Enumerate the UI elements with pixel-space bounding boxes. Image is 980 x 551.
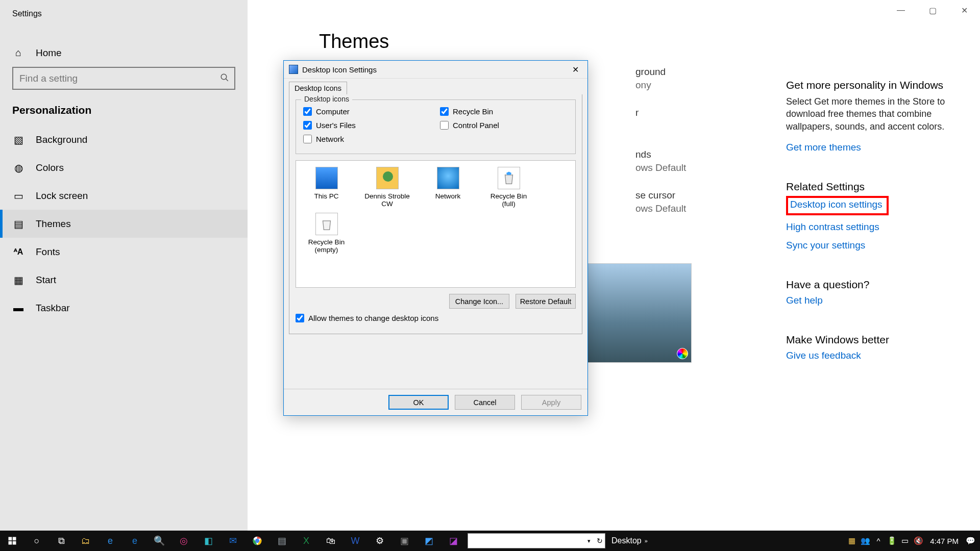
cursor-setting-value: ows Default <box>635 203 686 214</box>
page-title: Themes <box>319 31 980 53</box>
cancel-button[interactable]: Cancel <box>455 395 515 410</box>
background-setting-title: ground <box>635 66 666 78</box>
tray-app-icon[interactable]: ▦ <box>845 536 859 545</box>
svg-rect-3 <box>13 537 16 541</box>
refresh-icon[interactable]: ↻ <box>597 537 603 545</box>
app-icon[interactable]: ▤ <box>270 531 294 551</box>
allow-themes-checkbox[interactable]: Allow themes to change desktop icons <box>296 314 576 322</box>
check-network[interactable]: Network <box>303 135 415 143</box>
dialog-close-button[interactable]: ✕ <box>563 61 587 79</box>
dialog-icon <box>289 65 298 74</box>
start-button[interactable] <box>0 531 24 551</box>
apply-button[interactable]: Apply <box>521 395 581 410</box>
app-icon[interactable]: ◩ <box>416 531 441 551</box>
start-icon: ▦ <box>12 274 24 286</box>
excel-icon[interactable]: X <box>294 531 318 551</box>
theme-tile[interactable] <box>574 263 692 363</box>
check-control-panel[interactable]: Control Panel <box>440 121 552 130</box>
search-everything-icon[interactable]: 🔍 <box>147 531 172 551</box>
make-windows-better-heading: Make Windows better <box>786 334 949 346</box>
nav-label: Lock screen <box>36 190 88 202</box>
nav-label: Start <box>36 274 56 286</box>
palette-icon: ◍ <box>12 162 24 174</box>
people-icon[interactable]: 👥 <box>859 536 872 545</box>
file-explorer-icon[interactable]: 🗂 <box>74 531 98 551</box>
search-input[interactable] <box>12 67 235 90</box>
nav-home[interactable]: ⌂ Home <box>0 39 248 67</box>
high-contrast-settings-link[interactable]: High contrast settings <box>786 221 949 233</box>
taskbar-address-bar[interactable]: ▾ ↻ <box>468 533 605 548</box>
color-setting-title: r <box>635 107 639 118</box>
dialog-title: Desktop Icon Settings <box>302 65 377 74</box>
check-recycle-bin[interactable]: Recycle Bin <box>440 107 552 116</box>
themes-icon: ▤ <box>12 218 24 230</box>
icon-preview-list[interactable]: This PC Dennis Stroble CW Network Recycl… <box>296 160 576 288</box>
svg-rect-2 <box>9 537 12 541</box>
home-icon: ⌂ <box>12 47 24 59</box>
right-rail: Get more personality in Windows Select G… <box>786 79 949 368</box>
cortana-icon[interactable]: ○ <box>24 531 49 551</box>
nav-lock-screen[interactable]: ▭ Lock screen <box>0 182 248 210</box>
task-view-icon[interactable]: ⧉ <box>49 531 74 551</box>
store-icon[interactable]: 🛍 <box>318 531 343 551</box>
edge-icon[interactable]: e <box>98 531 122 551</box>
sounds-setting-value: ows Default <box>635 162 686 173</box>
word-icon[interactable]: W <box>343 531 368 551</box>
volume-icon[interactable]: 🔇 <box>912 536 925 545</box>
rail-more-body: Select Get more themes in the Store to d… <box>786 95 949 133</box>
picture-icon: ▧ <box>12 134 24 146</box>
taskbar-icon: ▬ <box>12 302 24 314</box>
change-icon-button[interactable]: Change Icon... <box>449 294 509 309</box>
icon-user-files[interactable]: Dennis Stroble CW <box>363 167 411 208</box>
settings-taskbar-icon[interactable]: ⚙ <box>368 531 392 551</box>
action-center-icon[interactable]: 💬 <box>964 536 977 545</box>
tab-desktop-icons[interactable]: Desktop Icons <box>289 82 347 94</box>
desktop-toolbar-label[interactable]: Desktop <box>611 536 642 545</box>
clock[interactable]: 4:47 PM <box>930 537 959 545</box>
nav-label: Themes <box>36 218 71 230</box>
nav-fonts[interactable]: ᴬA Fonts <box>0 238 248 266</box>
restore-default-button[interactable]: Restore Default <box>516 294 576 309</box>
app-icon[interactable]: ◧ <box>196 531 220 551</box>
icon-this-pc[interactable]: This PC <box>302 167 351 208</box>
ok-button[interactable]: OK <box>388 395 449 410</box>
chrome-icon[interactable] <box>245 531 270 551</box>
settings-sidebar: Settings ⌂ Home Personalization ▧ Backgr… <box>0 0 248 531</box>
app-icon[interactable]: ◎ <box>172 531 196 551</box>
network-icon[interactable]: ▭ <box>898 536 912 545</box>
app-icon[interactable]: ▣ <box>392 531 416 551</box>
nav-label: Fonts <box>36 246 60 258</box>
fonts-icon: ᴬA <box>12 246 24 258</box>
tray-overflow-icon[interactable]: ^ <box>872 537 885 545</box>
icon-network[interactable]: Network <box>424 167 472 208</box>
dropdown-icon[interactable]: ▾ <box>587 538 591 544</box>
check-computer[interactable]: Computer <box>303 107 415 116</box>
outlook-icon[interactable]: ✉ <box>220 531 245 551</box>
ie-icon[interactable]: e <box>122 531 147 551</box>
nav-background[interactable]: ▧ Background <box>0 126 248 154</box>
desktop-icon-settings-link[interactable]: Desktop icon settings <box>790 199 883 210</box>
app-icon[interactable]: ◪ <box>441 531 465 551</box>
taskbar[interactable]: ○ ⧉ 🗂 e e 🔍 ◎ ◧ ✉ ▤ X 🛍 W ⚙ ▣ ◩ ◪ ▾ ↻ De… <box>0 531 980 551</box>
nav-home-label: Home <box>36 47 62 59</box>
window-title: Settings <box>0 9 248 18</box>
nav-label: Taskbar <box>36 303 70 314</box>
check-users-files[interactable]: User's Files <box>303 121 415 130</box>
sounds-setting-title: nds <box>635 149 651 160</box>
svg-rect-5 <box>13 541 16 545</box>
nav-themes[interactable]: ▤ Themes <box>0 210 248 238</box>
icon-recycle-full[interactable]: Recycle Bin (full) <box>484 167 533 208</box>
chevron-icon[interactable]: » <box>645 538 648 544</box>
give-feedback-link[interactable]: Give us feedback <box>786 350 949 361</box>
multi-wallpaper-badge <box>677 348 688 359</box>
nav-start[interactable]: ▦ Start <box>0 266 248 294</box>
nav-label: Background <box>36 134 87 145</box>
nav-taskbar[interactable]: ▬ Taskbar <box>0 294 248 322</box>
sync-settings-link[interactable]: Sync your settings <box>786 240 949 251</box>
get-more-themes-link[interactable]: Get more themes <box>786 142 949 153</box>
icon-recycle-empty[interactable]: Recycle Bin (empty) <box>302 213 351 254</box>
nav-colors[interactable]: ◍ Colors <box>0 154 248 182</box>
get-help-link[interactable]: Get help <box>786 295 949 306</box>
related-settings-heading: Related Settings <box>786 181 949 193</box>
battery-icon[interactable]: 🔋 <box>885 536 898 545</box>
